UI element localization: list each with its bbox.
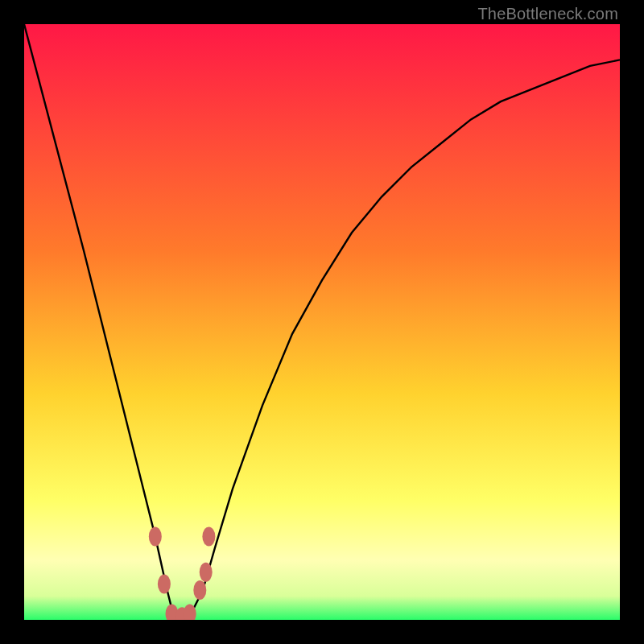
curve-marker: [149, 526, 162, 546]
curve-marker: [158, 575, 171, 594]
curve-marker: [193, 580, 206, 600]
chart-frame: TheBottleneck.com: [0, 0, 644, 644]
watermark-text: TheBottleneck.com: [477, 5, 618, 23]
bottleneck-curve: [24, 24, 620, 620]
plot-area: [24, 24, 620, 620]
curve-marker: [200, 563, 213, 582]
curve-marker: [202, 526, 215, 546]
